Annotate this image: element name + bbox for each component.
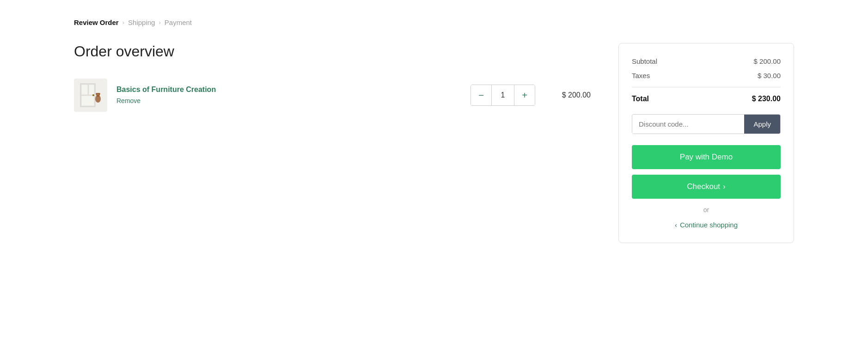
product-info: Basics of Furniture Creation Remove − + … <box>116 85 591 106</box>
svg-rect-2 <box>89 85 94 95</box>
checkout-button[interactable]: Checkout › <box>632 175 781 199</box>
apply-button[interactable]: Apply <box>744 115 780 134</box>
left-section: Order overview <box>74 43 591 112</box>
order-item: Basics of Furniture Creation Remove − + … <box>74 79 591 112</box>
taxes-row: Taxes $ 30.00 <box>632 72 781 79</box>
breadcrumb-step-shipping[interactable]: Shipping <box>128 18 155 26</box>
product-details: Basics of Furniture Creation Remove <box>116 85 452 105</box>
checkout-chevron-icon: › <box>723 182 726 191</box>
subtotal-row: Subtotal $ 200.00 <box>632 57 781 65</box>
svg-point-7 <box>96 93 98 95</box>
product-name: Basics of Furniture Creation <box>116 85 452 94</box>
or-divider: or <box>632 206 781 214</box>
svg-point-4 <box>92 94 94 96</box>
taxes-value: $ 30.00 <box>758 72 781 79</box>
discount-row: Apply <box>632 114 781 134</box>
product-thumbnail <box>74 79 107 112</box>
chevron-icon-1: › <box>122 19 124 26</box>
total-label: Total <box>632 95 649 103</box>
taxes-label: Taxes <box>632 72 650 79</box>
checkout-label: Checkout <box>687 182 720 191</box>
continue-shopping-link[interactable]: ‹ Continue shopping <box>632 221 781 229</box>
breadcrumb: Review Order › Shipping › Payment <box>74 18 794 26</box>
breadcrumb-step-payment[interactable]: Payment <box>165 18 192 26</box>
continue-shopping-label: Continue shopping <box>680 221 738 229</box>
chevron-icon-2: › <box>159 19 160 26</box>
total-value: $ 230.00 <box>752 95 781 103</box>
total-row: Total $ 230.00 <box>632 87 781 103</box>
svg-rect-1 <box>81 85 88 95</box>
order-summary: Subtotal $ 200.00 Taxes $ 30.00 Total $ … <box>618 43 794 243</box>
item-price: $ 200.00 <box>554 91 591 99</box>
quantity-control: − + <box>471 85 535 106</box>
remove-link[interactable]: Remove <box>116 97 141 104</box>
breadcrumb-step-review[interactable]: Review Order <box>74 18 119 26</box>
svg-point-8 <box>98 93 100 95</box>
discount-input[interactable] <box>632 115 744 134</box>
quantity-increase-button[interactable]: + <box>514 85 535 105</box>
page-title: Order overview <box>74 43 591 60</box>
back-chevron-icon: ‹ <box>675 221 677 229</box>
quantity-input[interactable] <box>491 85 514 105</box>
svg-rect-3 <box>81 96 94 106</box>
quantity-decrease-button[interactable]: − <box>471 85 491 105</box>
subtotal-value: $ 200.00 <box>754 57 781 65</box>
subtotal-label: Subtotal <box>632 57 657 65</box>
pay-demo-button[interactable]: Pay with Demo <box>632 145 781 169</box>
